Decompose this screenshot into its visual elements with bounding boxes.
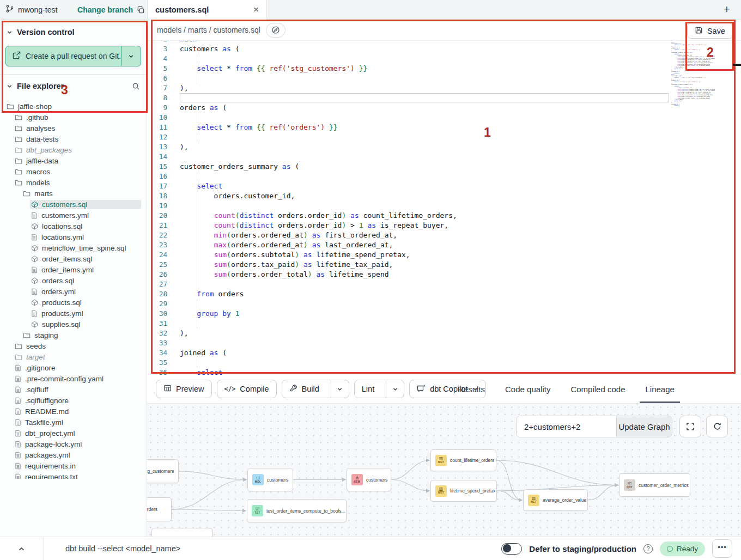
code-line-30[interactable]: 30 group by 1 — [147, 309, 741, 319]
lineage-node-met_lsp[interactable]: ▥METlifetime_spend_pretax — [430, 480, 497, 502]
command-input[interactable]: dbt build --select <model_name> — [65, 544, 180, 553]
tree-item-metricflow_time_spine.sql[interactable]: metricflow_time_spine.sql — [0, 242, 147, 253]
tree-item-models[interactable]: models — [0, 177, 147, 188]
build-button[interactable]: Build — [282, 380, 326, 398]
code-line-13[interactable]: 13), — [147, 142, 741, 152]
code-line-16[interactable]: 16 — [147, 172, 741, 181]
copy-icon[interactable] — [137, 6, 145, 14]
tree-item-package-lock.yml[interactable]: package-lock.yml — [0, 439, 147, 449]
defer-indicator-button[interactable] — [266, 23, 286, 38]
create-pr-button[interactable]: Create a pull request on Git... — [5, 46, 141, 66]
code-line-7[interactable]: 7), — [147, 83, 741, 93]
code-line-33[interactable]: 33 — [147, 338, 741, 348]
code-line-8[interactable]: 8 — [147, 93, 741, 103]
lineage-panel[interactable]: ⊡MDLstg_customers⊡MDLorders⊡MDLcustomers… — [147, 403, 741, 537]
tree-item-products.yml[interactable]: products.yml — [0, 308, 147, 319]
code-line-19[interactable]: 19 — [147, 201, 741, 211]
tree-item-jaffle-shop[interactable]: jaffle-shop — [0, 101, 147, 112]
code-line-27[interactable]: 27 — [147, 279, 741, 289]
tab-code-quality[interactable]: Code quality — [505, 375, 550, 403]
tree-item-dbt_project.yml[interactable]: dbt_project.yml — [0, 428, 147, 439]
code-line-25[interactable]: 25 sum(orders.tax_paid) as lifetime_tax_… — [147, 260, 741, 270]
lineage-node-qry[interactable]: ◱QRYcustomer_order_metrics — [619, 473, 690, 497]
tree-item-requirements.in[interactable]: requirements.in — [0, 460, 147, 471]
code-line-6[interactable]: 6 — [147, 74, 741, 83]
tree-item-jaffle-data[interactable]: jaffle-data — [0, 155, 147, 166]
tree-item-locations.sql[interactable]: locations.sql — [0, 221, 147, 232]
defer-toggle[interactable] — [501, 543, 522, 555]
code-line-24[interactable]: 24 sum(orders.subtotal) as lifetime_spen… — [147, 250, 741, 260]
tree-item-macros[interactable]: macros — [0, 166, 147, 177]
preview-button[interactable]: Preview — [156, 380, 212, 398]
lineage-node-met_aov[interactable]: ▥METaverage_order_value — [523, 489, 588, 511]
lineage-node-stg[interactable]: ⊡MDLstg_customers — [147, 459, 179, 483]
code-line-22[interactable]: 22 min(orders.ordered_at) as first_order… — [147, 230, 741, 240]
lineage-node-met_count[interactable]: ▥METcount_lifetime_orders — [430, 449, 496, 471]
version-control-header[interactable]: Version control — [0, 21, 147, 44]
tree-item-order_items.sql[interactable]: order_items.sql — [0, 253, 147, 264]
pr-dropdown-arrow[interactable] — [121, 46, 141, 66]
code-line-26[interactable]: 26 sum(orders.order_total) as lifetime_s… — [147, 270, 741, 279]
code-line-9[interactable]: 9orders as ( — [147, 103, 741, 113]
code-line-15[interactable]: 15customer_orders_summary as ( — [147, 162, 741, 172]
tab-compiled-code[interactable]: Compiled code — [570, 375, 625, 403]
scroll-position-marker[interactable] — [733, 64, 741, 66]
tree-item-orders.sql[interactable]: orders.sql — [0, 275, 147, 286]
tree-item-.gitignore[interactable]: .gitignore — [0, 362, 147, 373]
lineage-node-mdl_customers[interactable]: ⊡MDLcustomers — [247, 468, 293, 491]
tree-item-packages.yml[interactable]: packages.yml — [0, 449, 147, 460]
tree-item-marts[interactable]: marts — [0, 188, 147, 199]
code-line-5[interactable]: 5 select * from {{ ref('stg_customers') … — [147, 64, 741, 74]
code-line-29[interactable]: 29 — [147, 299, 741, 309]
more-options-button[interactable]: ••• — [712, 539, 732, 558]
build-dropdown-arrow[interactable] — [331, 380, 349, 398]
tree-item-orders.yml[interactable]: orders.yml — [0, 286, 147, 297]
code-line-11[interactable]: 11 select * from {{ ref('orders') }} — [147, 123, 741, 132]
tree-item-supplies.sql[interactable]: supplies.sql — [0, 319, 147, 330]
tree-item-data-tests[interactable]: data-tests — [0, 133, 147, 144]
tab-customers-sql[interactable]: customers.sql × — [147, 0, 267, 20]
lineage-node-sem_customers[interactable]: ⋔SEMcustomers — [347, 468, 391, 491]
code-line-20[interactable]: 20 count(distinct orders.order_id) as co… — [147, 211, 741, 221]
tree-item-.sqlfluff[interactable]: .sqlfluff — [0, 384, 147, 395]
tree-item-customers.sql[interactable]: customers.sql — [0, 199, 147, 210]
tree-item-dbt_packages[interactable]: dbt_packages — [0, 144, 147, 155]
tab-lineage[interactable]: Lineage — [645, 375, 674, 403]
code-line-4[interactable]: 4 — [147, 54, 741, 64]
tree-item-customers.yml[interactable]: customers.yml — [0, 210, 147, 221]
code-line-17[interactable]: 17 select — [147, 181, 741, 191]
tree-item-README.md[interactable]: README.md — [0, 406, 147, 417]
tree-item-seeds[interactable]: seeds — [0, 340, 147, 351]
code-line-12[interactable]: 12 — [147, 132, 741, 142]
tree-item-staging[interactable]: staging — [0, 330, 147, 340]
code-editor[interactable]: 2with3customers as (45 select * from {{ … — [147, 41, 741, 375]
code-line-10[interactable]: 10 — [147, 113, 741, 123]
tree-item-requirements.txt[interactable]: requirements.txt — [0, 471, 147, 479]
lint-dropdown-arrow[interactable] — [386, 380, 404, 398]
tree-item-analyses[interactable]: analyses — [0, 123, 147, 133]
tree-item-.pre-commit-config.yaml[interactable]: .pre-commit-config.yaml — [0, 373, 147, 384]
tree-item-products.sql[interactable]: products.sql — [0, 297, 147, 308]
lineage-node-cut[interactable] — [151, 528, 212, 537]
code-line-28[interactable]: 28 from orders — [147, 289, 741, 299]
tree-item-order_items.yml[interactable]: order_items.yml — [0, 264, 147, 275]
tree-item-.github[interactable]: .github — [0, 112, 147, 123]
lineage-selector-input[interactable] — [517, 416, 616, 437]
code-line-35[interactable]: 35 — [147, 358, 741, 368]
new-tab-button[interactable]: + — [719, 2, 734, 17]
code-line-36[interactable]: 36 select — [147, 368, 741, 375]
code-line-31[interactable]: 31 — [147, 319, 741, 328]
fullscreen-button[interactable] — [679, 416, 701, 437]
lint-button[interactable]: Lint — [355, 380, 381, 398]
file-explorer-header[interactable]: File explorer — [0, 75, 147, 98]
close-icon[interactable]: × — [253, 4, 259, 15]
editor-minimap[interactable]: withcustomers as ( select * from {{ ref(… — [671, 42, 715, 143]
code-line-14[interactable]: 14 — [147, 152, 741, 162]
tree-item-locations.yml[interactable]: locations.yml — [0, 232, 147, 242]
help-icon[interactable]: ? — [643, 544, 653, 553]
update-graph-button[interactable]: Update Graph — [616, 416, 672, 437]
code-line-32[interactable]: 32), — [147, 328, 741, 338]
code-line-34[interactable]: 34joined as ( — [147, 348, 741, 358]
code-line-23[interactable]: 23 max(orders.ordered_at) as last_ordere… — [147, 240, 741, 250]
save-button[interactable]: Save — [687, 23, 733, 39]
